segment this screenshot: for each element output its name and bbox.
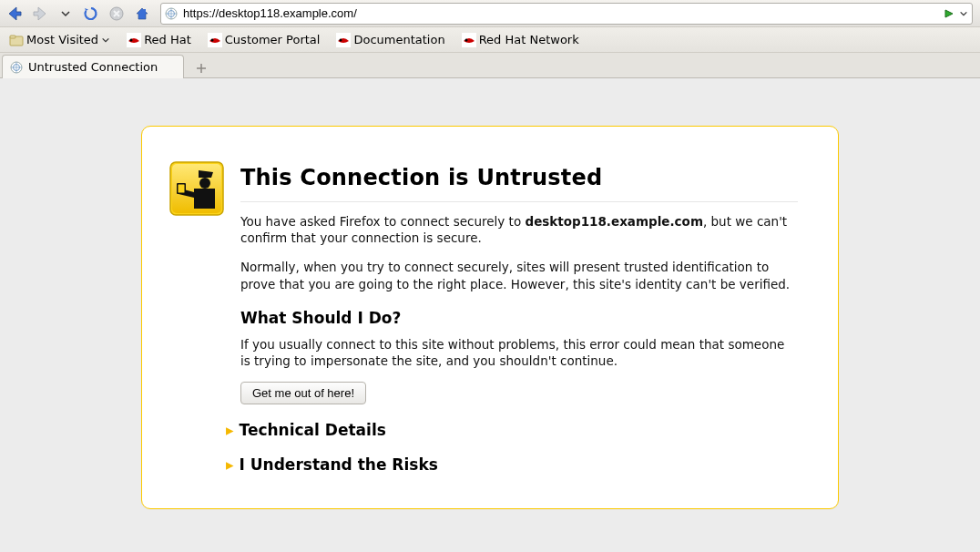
bookmark-redhat[interactable]: Red Hat xyxy=(123,31,195,49)
bookmark-customer-portal[interactable]: Customer Portal xyxy=(204,31,324,49)
url-dropdown-icon[interactable] xyxy=(959,9,968,18)
tab-favicon xyxy=(10,61,23,74)
most-visited-menu[interactable]: Most Visited xyxy=(5,31,114,49)
svg-rect-1 xyxy=(144,9,146,12)
bookmark-documentation[interactable]: Documentation xyxy=(332,31,448,49)
svg-rect-5 xyxy=(10,36,15,38)
error-subheading: What Should I Do? xyxy=(240,309,798,327)
expander-triangle-icon: ▸ xyxy=(226,455,234,474)
back-arrow-icon xyxy=(5,5,24,23)
svg-point-11 xyxy=(340,38,342,41)
redhat-icon xyxy=(208,33,222,47)
divider xyxy=(240,201,798,202)
warning-officer-icon xyxy=(169,161,224,216)
redhat-icon xyxy=(127,33,141,47)
technical-details-expander[interactable]: ▸ Technical Details xyxy=(226,421,798,439)
url-bar[interactable] xyxy=(160,3,973,25)
error-para2: Normally, when you try to connect secure… xyxy=(240,259,798,291)
tab-strip: Untrusted Connection xyxy=(0,53,980,78)
back-button[interactable] xyxy=(4,3,26,25)
browser-window: Most Visited Red Hat Customer Portal Doc… xyxy=(0,0,980,552)
chevron-down-icon xyxy=(101,36,110,45)
chevron-down-icon xyxy=(60,8,71,19)
reload-button[interactable] xyxy=(80,3,102,25)
error-para3: If you usually connect to this site with… xyxy=(240,336,798,369)
redhat-icon xyxy=(462,33,476,47)
forward-button[interactable] xyxy=(29,3,51,25)
error-title: This Connection is Untrusted xyxy=(240,165,798,190)
redhat-icon xyxy=(336,33,351,47)
bookmark-label: Documentation xyxy=(353,33,444,46)
tab-title: Untrusted Connection xyxy=(28,60,158,74)
home-icon xyxy=(134,5,150,22)
nav-toolbar xyxy=(0,0,980,27)
plus-icon xyxy=(196,63,207,74)
bookmark-label: Red Hat Network xyxy=(479,33,579,46)
technical-details-label: Technical Details xyxy=(240,421,386,439)
page-content: This Connection is Untrusted You have as… xyxy=(0,78,980,552)
svg-point-18 xyxy=(199,178,210,189)
bookmarks-toolbar: Most Visited Red Hat Customer Portal Doc… xyxy=(0,27,980,53)
new-tab-button[interactable] xyxy=(191,59,211,77)
bookmark-folder-icon xyxy=(9,33,24,47)
error-host: desktop118.example.com xyxy=(525,214,703,229)
error-content: This Connection is Untrusted You have as… xyxy=(240,161,798,474)
tab-untrusted-connection[interactable]: Untrusted Connection xyxy=(2,55,184,78)
error-intro: You have asked Firefox to connect secure… xyxy=(240,213,798,246)
svg-point-7 xyxy=(130,38,133,41)
svg-point-13 xyxy=(464,38,467,41)
home-button[interactable] xyxy=(131,3,153,25)
url-input[interactable] xyxy=(181,5,939,21)
svg-point-9 xyxy=(210,38,213,41)
stop-button xyxy=(106,3,128,25)
bookmark-rhn[interactable]: Red Hat Network xyxy=(458,31,583,49)
bookmark-label: Red Hat xyxy=(144,33,191,46)
stop-icon xyxy=(108,5,125,22)
understand-risks-label: I Understand the Risks xyxy=(240,455,438,474)
go-button[interactable] xyxy=(943,7,955,20)
forward-arrow-icon xyxy=(31,5,49,23)
get-out-button[interactable]: Get me out of here! xyxy=(240,382,366,404)
most-visited-label: Most Visited xyxy=(26,33,98,46)
understand-risks-expander[interactable]: ▸ I Understand the Risks xyxy=(226,455,798,474)
bookmark-label: Customer Portal xyxy=(225,33,321,46)
recent-pages-dropdown[interactable] xyxy=(55,3,77,25)
svg-rect-20 xyxy=(179,185,185,193)
site-identity-icon[interactable] xyxy=(165,7,178,20)
reload-icon xyxy=(83,5,99,22)
expander-triangle-icon: ▸ xyxy=(226,421,234,439)
untrusted-connection-card: This Connection is Untrusted You have as… xyxy=(141,126,839,509)
